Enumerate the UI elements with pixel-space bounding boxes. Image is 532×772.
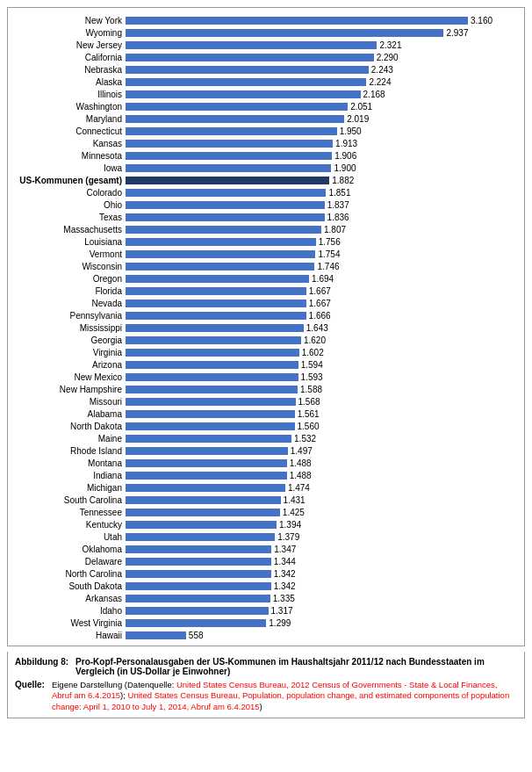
bar-fill [126, 545, 271, 553]
bar-fill [126, 164, 331, 172]
bar-fill [126, 41, 377, 49]
bar-value: 1.317 [271, 606, 293, 616]
bar-fill [126, 127, 337, 135]
bar-row: North Carolina1.342 [11, 568, 521, 580]
bar-row: Florida1.667 [11, 285, 521, 297]
bar-fill [126, 29, 443, 37]
bar-value: 1.836 [327, 213, 349, 222]
bar-row: Oregon1.694 [11, 273, 521, 285]
bar-label: Maryland [11, 114, 126, 124]
bar-fill [126, 17, 468, 25]
bar-value: 2.224 [369, 77, 391, 87]
bar-value: 1.431 [284, 495, 306, 505]
bar-label: Missouri [11, 397, 126, 407]
bar-wrapper: 2.224 [126, 77, 521, 87]
bar-fill [126, 250, 315, 258]
bar-wrapper: 1.344 [126, 557, 521, 566]
bar-wrapper: 2.937 [126, 28, 521, 38]
bar-fill [126, 398, 296, 406]
bar-label: Delaware [11, 557, 126, 566]
bar-fill [126, 631, 186, 639]
bar-row: Texas1.836 [11, 212, 521, 223]
bar-label: Utah [11, 532, 126, 542]
bar-value: 1.532 [294, 434, 316, 444]
bar-fill [126, 226, 321, 234]
bar-row: Oklahoma1.347 [11, 544, 521, 555]
bar-fill [126, 263, 314, 271]
bar-fill [126, 607, 269, 615]
bar-label: Nevada [11, 299, 126, 308]
bar-label: New York [11, 16, 126, 25]
bar-row: Virginia1.602 [11, 347, 521, 358]
bar-wrapper: 1.913 [126, 139, 521, 148]
bar-value: 1.560 [298, 422, 320, 431]
bar-label: New Hampshire [11, 385, 126, 394]
bar-fill [126, 410, 295, 418]
bar-value: 1.694 [312, 274, 334, 284]
bar-row: Ohio1.837 [11, 199, 521, 211]
bar-row: Hawaii558 [11, 630, 521, 641]
bar-row: Minnesota1.906 [11, 150, 521, 162]
bar-label: Wyoming [11, 28, 126, 38]
bar-label: Rhode Island [11, 446, 126, 456]
bar-wrapper: 1.347 [126, 545, 521, 554]
bar-wrapper: 1.593 [126, 372, 521, 382]
bar-row: Washington2.051 [11, 101, 521, 112]
bar-fill [126, 177, 329, 184]
bar-fill [126, 312, 306, 320]
bar-value: 1.666 [309, 311, 331, 321]
bar-value: 2.019 [347, 114, 369, 124]
bar-label: Vermont [11, 249, 126, 259]
bar-value: 1.347 [274, 545, 296, 554]
bar-label: Alaska [11, 77, 126, 87]
bar-wrapper: 2.321 [126, 40, 521, 50]
bar-label: California [11, 53, 126, 62]
bar-row: Connecticut1.950 [11, 126, 521, 137]
bar-value: 1.568 [298, 397, 320, 407]
bar-label: North Carolina [11, 569, 126, 579]
bar-row: California2.290 [11, 52, 521, 63]
bar-label: Kansas [11, 139, 126, 148]
bar-label: Illinois [11, 90, 126, 99]
bar-row: Nebraska2.243 [11, 64, 521, 76]
bar-row: Missouri1.568 [11, 396, 521, 408]
bar-fill [126, 533, 275, 541]
bar-row: Vermont1.754 [11, 249, 521, 260]
bar-wrapper: 1.474 [126, 483, 521, 493]
bar-row: Arkansas1.335 [11, 593, 521, 604]
bar-wrapper: 1.851 [126, 188, 521, 198]
figure-label: Abbildung 8: [15, 657, 68, 676]
bar-row: Alaska2.224 [11, 76, 521, 88]
bar-wrapper: 2.168 [126, 90, 521, 99]
bar-value: 1.561 [298, 409, 320, 419]
bar-row: Wisconsin1.746 [11, 261, 521, 272]
bar-label: Nebraska [11, 65, 126, 75]
bar-wrapper: 1.594 [126, 360, 521, 370]
bar-label: West Virginia [11, 618, 126, 628]
bar-fill [126, 275, 309, 283]
bar-label: Mississippi [11, 323, 126, 333]
bar-label: Louisiana [11, 237, 126, 247]
caption-title: Abbildung 8: Pro-Kopf-Personalausgaben d… [15, 657, 517, 676]
bar-row: Pennsylvania1.666 [11, 310, 521, 321]
bar-wrapper: 1.950 [126, 126, 521, 136]
bar-wrapper: 1.299 [126, 618, 521, 628]
bar-fill [126, 140, 333, 148]
bar-value: 1.379 [277, 532, 299, 542]
bar-wrapper: 1.497 [126, 446, 521, 456]
bar-wrapper: 1.431 [126, 495, 521, 505]
bar-value: 2.243 [371, 65, 393, 75]
bar-wrapper: 1.560 [126, 422, 521, 431]
bar-row: Colorado1.851 [11, 187, 521, 198]
bar-fill [126, 213, 325, 221]
bar-value: 3.160 [471, 16, 492, 25]
bar-value: 1.593 [301, 372, 323, 382]
bar-value: 1.950 [340, 126, 362, 136]
bar-wrapper: 1.588 [126, 385, 521, 394]
bar-value: 1.620 [304, 335, 326, 345]
bar-fill [126, 115, 344, 123]
bar-wrapper: 1.746 [126, 262, 521, 271]
bar-label: Massachusetts [11, 225, 126, 234]
bar-fill [126, 459, 287, 467]
bar-value: 1.594 [301, 360, 323, 370]
